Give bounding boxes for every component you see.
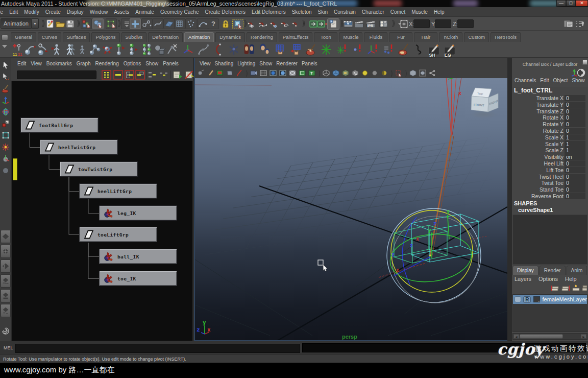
two-dots-excl-icon-svg[interactable] — [382, 43, 394, 56]
vp-field-chart-icon[interactable] — [288, 69, 297, 78]
shelf-tab-hair[interactable]: Hair — [414, 32, 437, 42]
paint-weights-icon-svg[interactable] — [305, 43, 317, 56]
hg-bookmark-add-icon-svg[interactable] — [173, 70, 183, 80]
mel-label[interactable]: MEL — [4, 345, 13, 350]
orient-joint-icon[interactable] — [63, 42, 76, 56]
shelf-tab-menu-button[interactable] — [2, 35, 8, 40]
y-coord-input[interactable] — [435, 19, 451, 28]
vp-isolate2-icon[interactable] — [419, 69, 427, 78]
vp-cloth-icon[interactable] — [226, 69, 234, 78]
menu-comet[interactable]: Comet — [387, 9, 408, 15]
hg-orient-vertical-icon[interactable] — [159, 70, 168, 80]
channel-label[interactable]: Twist Heel — [539, 174, 564, 180]
flexor-icon-svg[interactable] — [320, 43, 332, 56]
vp-select-camera-icon[interactable] — [250, 69, 258, 78]
bind-skin-icon-svg[interactable] — [274, 43, 286, 56]
chain-green2-icon[interactable] — [128, 42, 140, 56]
channel-label[interactable]: Stand Toe — [540, 186, 564, 193]
select-deformations-icon[interactable] — [174, 18, 185, 29]
select-deformations-icon-svg[interactable] — [175, 19, 185, 28]
hypergraph-menu-panels[interactable]: Panels — [163, 61, 179, 66]
channel-value[interactable]: 0 — [565, 114, 585, 121]
flexor-icon[interactable] — [320, 42, 332, 56]
toolbar-collapse-divider[interactable] — [77, 19, 80, 28]
vp-light-shaded-icon[interactable] — [380, 69, 389, 78]
two-persons-icon[interactable] — [243, 42, 255, 56]
output-connections-icon[interactable] — [316, 18, 328, 29]
joint-points-icon[interactable] — [141, 18, 153, 29]
speed-dial-icon-svg[interactable] — [577, 68, 585, 77]
render-settings-icon-svg[interactable] — [378, 19, 389, 29]
channel-label[interactable]: Reverse Foot — [531, 193, 564, 199]
channel-label[interactable]: Translate Y — [536, 102, 564, 108]
viewport-menu-lighting[interactable]: Lighting — [237, 61, 255, 66]
channel-value[interactable]: 0 — [565, 128, 585, 134]
bind-skin-icon[interactable] — [274, 42, 286, 56]
channelbox-menu-channels[interactable]: Channels — [514, 78, 536, 83]
select-component-icon-svg[interactable] — [107, 19, 116, 28]
bone-chain-icon[interactable] — [89, 42, 101, 56]
hypergraph-node-toeLiftGrp[interactable]: toeLiftGrp — [79, 227, 157, 242]
vp-grease-pencil-icon-svg[interactable] — [206, 69, 214, 77]
preferred-angle-icon-svg[interactable] — [212, 43, 225, 56]
layout-persp-graph-button[interactable] — [1, 274, 11, 288]
select-hierarchy-icon-svg[interactable] — [82, 19, 91, 28]
vp-snap-icon-svg[interactable] — [197, 69, 205, 77]
snap-plane-icon-svg[interactable] — [280, 19, 289, 29]
ik-spline-tool-icon[interactable] — [37, 42, 50, 56]
shelf-tab-fur[interactable]: Fur — [389, 32, 412, 42]
hg-input-icon-svg[interactable] — [125, 70, 134, 80]
person-head-icon[interactable] — [258, 42, 271, 56]
menu-help[interactable]: Help — [431, 9, 448, 15]
chain-curve-icon-svg[interactable] — [197, 43, 209, 56]
make-live-icon[interactable] — [290, 18, 302, 29]
local-axes-icon[interactable] — [181, 42, 193, 56]
shelf-tab-curves[interactable]: Curves — [38, 32, 61, 42]
last-tool-icon-svg[interactable] — [1, 166, 10, 175]
hypergraph-canvas[interactable]: footRollGrpheelTwistGrptowTwistGrpheelLi… — [11, 81, 193, 341]
shelf-tab-toon[interactable]: Toon — [314, 32, 337, 42]
bone-chain-icon-svg[interactable] — [89, 43, 101, 56]
z-coord-input[interactable] — [457, 19, 474, 28]
nonlinear-icon[interactable] — [412, 42, 425, 56]
menu-edit-deformers[interactable]: Edit Deformers — [249, 9, 289, 15]
hypergraph-menu-graph[interactable]: Graph — [77, 61, 91, 66]
skeleton-x-icon-svg[interactable] — [228, 43, 240, 56]
hg-input-output-icon-svg[interactable] — [113, 70, 123, 80]
snap-point-icon-svg[interactable] — [270, 19, 279, 29]
lasso-tool-icon-svg[interactable] — [1, 72, 10, 81]
ik-handle-tool-icon[interactable]: 1121 — [12, 42, 24, 56]
menu-modify[interactable]: Modify — [21, 9, 42, 15]
vp-share-icon[interactable] — [428, 69, 437, 78]
layer-editor-menu-layers[interactable]: Layers — [514, 276, 531, 282]
select-component-icon[interactable] — [106, 18, 117, 29]
attribute-editor-swirl-icon-svg[interactable] — [1, 326, 10, 336]
vp-field-chart-icon-svg[interactable] — [288, 69, 297, 77]
sidebar-channel-icon[interactable] — [585, 18, 588, 29]
layout-hypershade-persp-button[interactable] — [1, 289, 11, 302]
select-object-icon-svg[interactable] — [93, 19, 103, 28]
hg-orient-vertical-icon-svg[interactable] — [159, 70, 168, 80]
channel-label[interactable]: Scale Y — [545, 141, 564, 147]
ik-joint-red-icon-svg[interactable] — [102, 43, 114, 56]
ipr-render-icon-svg[interactable]: IPR — [365, 19, 377, 29]
vp-light-none-icon-svg[interactable] — [371, 69, 379, 77]
menu-character[interactable]: Character — [359, 9, 387, 15]
highlight-mode-icon-svg[interactable] — [130, 19, 140, 29]
shelf-tab-deformation[interactable]: Deformation — [148, 32, 183, 42]
snap-plane-icon[interactable] — [279, 18, 290, 29]
sidebar-attr-editor-icon[interactable] — [563, 18, 574, 29]
cluster-excl-icon-svg[interactable] — [351, 43, 363, 56]
viewport-menu-view[interactable]: View — [200, 61, 211, 66]
hypergraph-search-input[interactable] — [17, 70, 96, 79]
layer-display-type-toggle[interactable]: R — [523, 296, 531, 303]
joint-small-icon-svg[interactable] — [76, 43, 88, 56]
make-live-icon-svg[interactable] — [291, 19, 301, 29]
ik-spline-tool-icon-svg[interactable] — [37, 43, 50, 56]
move-tool-icon-svg[interactable] — [1, 96, 10, 105]
menu-edit[interactable]: Edit — [6, 9, 21, 15]
chain-x-icon-svg[interactable] — [166, 43, 178, 56]
rotate-tool-icon-svg[interactable] — [1, 107, 10, 116]
render-settings-icon[interactable] — [378, 18, 389, 29]
channel-label[interactable]: Rotate Y — [543, 121, 564, 127]
